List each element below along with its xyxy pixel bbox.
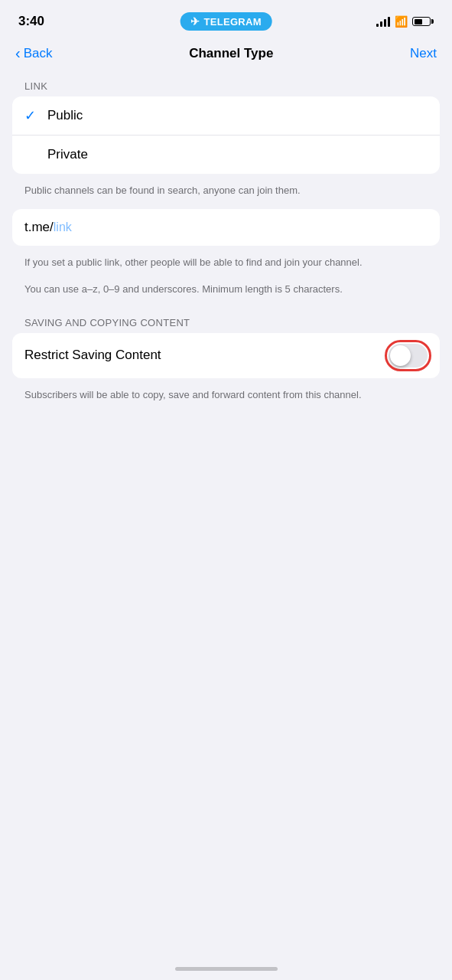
restrict-saving-row: Restrict Saving Content	[12, 333, 440, 378]
signal-icon	[376, 16, 390, 27]
link-help-text-1: If you set a public link, other people w…	[12, 250, 440, 281]
restrict-saving-label: Restrict Saving Content	[24, 348, 161, 363]
restrict-saving-toggle[interactable]	[389, 344, 428, 368]
public-label: Public	[47, 108, 83, 123]
private-label: Private	[47, 147, 88, 162]
public-checkmark-icon: ✓	[24, 107, 47, 124]
restrict-saving-card: Restrict Saving Content	[12, 333, 440, 378]
channel-type-description: Public channels can be found in search, …	[12, 178, 440, 209]
wifi-icon: 📶	[395, 15, 408, 28]
public-option-row[interactable]: ✓ Public	[12, 96, 440, 135]
main-content: LINK ✓ Public ✓ Private Public channels …	[0, 71, 452, 413]
link-input-card: t.me/link	[12, 209, 440, 246]
toggle-track	[389, 344, 428, 368]
home-indicator	[175, 967, 278, 971]
next-button[interactable]: Next	[410, 46, 437, 61]
link-prefix: t.me/	[24, 220, 54, 234]
channel-type-card: ✓ Public ✓ Private	[12, 96, 440, 174]
telegram-badge-container: ✈ TELEGRAM	[180, 12, 272, 31]
link-input-placeholder: link	[54, 220, 72, 234]
status-indicators: 📶	[376, 15, 434, 28]
telegram-label: TELEGRAM	[203, 16, 261, 28]
back-button[interactable]: ‹ Back	[15, 44, 52, 62]
status-time: 3:40	[18, 14, 44, 29]
page-title: Channel Type	[189, 46, 273, 61]
back-chevron-icon: ‹	[15, 44, 21, 62]
link-section-label: LINK	[12, 71, 440, 96]
telegram-badge: ✈ TELEGRAM	[180, 12, 272, 31]
toggle-thumb	[390, 345, 411, 366]
saving-description: Subscribers will be able to copy, save a…	[12, 383, 440, 413]
battery-icon	[412, 17, 434, 26]
link-help-text-2: You can use a–z, 0–9 and underscores. Mi…	[12, 280, 440, 308]
saving-section-label: SAVING AND COPYING CONTENT	[12, 308, 440, 333]
status-bar: 3:40 ✈ TELEGRAM 📶	[0, 0, 452, 38]
back-label: Back	[24, 46, 53, 61]
telegram-icon: ✈	[190, 15, 200, 28]
nav-bar: ‹ Back Channel Type Next	[0, 38, 452, 71]
private-option-row[interactable]: ✓ Private	[12, 135, 440, 174]
